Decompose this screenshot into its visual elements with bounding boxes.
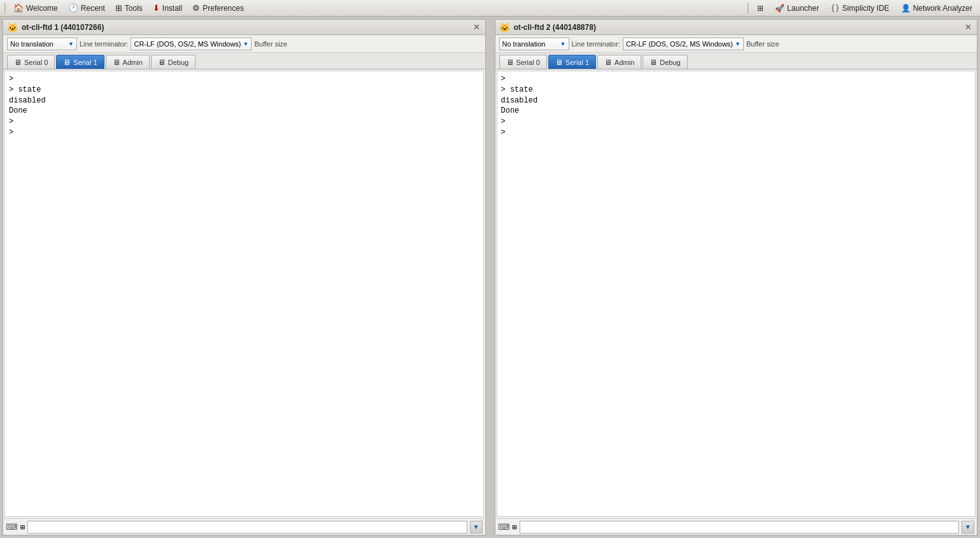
recent-button[interactable]: 🕐 Recent bbox=[64, 2, 110, 14]
home-label: Welcome bbox=[26, 4, 58, 13]
panel-1-translation-value: No translation bbox=[10, 40, 53, 48]
panel-1-terminal-line-5: > bbox=[9, 117, 479, 127]
panel-2-terminal-line-4: Done bbox=[501, 106, 972, 117]
panel-1-terminal[interactable]: > > state disabled Done > > bbox=[4, 71, 484, 517]
tools-button[interactable]: ⊞ Tools bbox=[111, 2, 147, 14]
panel-2-terminal-line-6: > bbox=[501, 127, 972, 138]
panel-1-admin-label: Admin bbox=[123, 59, 143, 66]
panel-2: 🐱 ot-cli-ftd 2 (440148878) ✕ No translat… bbox=[495, 19, 978, 535]
panel-2-terminal-line-2: > state bbox=[501, 85, 972, 96]
panel-1-input-row: ⌨ ⊞ ▼ bbox=[3, 518, 485, 535]
launcher-button[interactable]: 🚀 Launcher bbox=[770, 3, 824, 14]
panel-2-tab-serial0[interactable]: 🖥 Serial 0 bbox=[499, 55, 547, 69]
panel-2-command-input[interactable] bbox=[520, 521, 959, 534]
panel-2-translation-select[interactable]: No translation ▼ bbox=[499, 38, 569, 50]
panel-2-titlebar: 🐱 ot-cli-ftd 2 (440148878) ✕ bbox=[495, 20, 977, 35]
panel-1-terminal-line-3: disabled bbox=[9, 96, 479, 106]
recent-icon: 🕐 bbox=[68, 3, 78, 13]
panel-1-terminal-line-4: Done bbox=[9, 106, 479, 117]
panel-1-tabs: 🖥 Serial 0 🖥 Serial 1 🖥 Admin 🖥 Debug bbox=[3, 53, 485, 69]
panel-2-close-button[interactable]: ✕ bbox=[963, 22, 973, 32]
simplicity-ide-icon: {} bbox=[830, 4, 839, 13]
panel-2-terminal[interactable]: > > state disabled Done > > bbox=[497, 71, 976, 517]
panel-2-admin-icon: 🖥 bbox=[604, 58, 612, 67]
launcher-icon: 🚀 bbox=[775, 4, 785, 13]
panel-1-terminator-select[interactable]: CR-LF (DOS, OS/2, MS Windows) ▼ bbox=[131, 38, 252, 50]
network-analyzer-label: Network Analyzer bbox=[913, 4, 972, 13]
tools-label: Tools bbox=[125, 4, 143, 13]
main-toolbar: 🏠 Welcome 🕐 Recent ⊞ Tools ⬇ Install ⚙ P… bbox=[0, 0, 980, 17]
panel-2-tab-serial1[interactable]: 🖥 Serial 1 bbox=[548, 55, 596, 69]
panel-1-terminator-value: CR-LF (DOS, OS/2, MS Windows) bbox=[134, 40, 241, 48]
panel-2-input-dropdown[interactable]: ▼ bbox=[962, 521, 974, 534]
panel-2-serial0-icon: 🖥 bbox=[506, 58, 514, 67]
network-analyzer-button[interactable]: 👤 Network Analyzer bbox=[896, 3, 977, 14]
preferences-icon: ⚙ bbox=[192, 3, 200, 13]
preferences-button[interactable]: ⚙ Preferences bbox=[188, 2, 248, 14]
panel-1-serial1-icon: 🖥 bbox=[63, 58, 71, 67]
install-icon: ⬇ bbox=[153, 3, 160, 13]
panel-2-terminal-line-3: disabled bbox=[501, 96, 972, 106]
panel-2-prompt-icon: ⌨ bbox=[498, 522, 510, 532]
network-analyzer-icon: 👤 bbox=[901, 4, 911, 13]
preferences-label: Preferences bbox=[202, 4, 244, 13]
panel-1-terminal-line-2: > state bbox=[9, 85, 479, 96]
panel-2-tab-debug[interactable]: 🖥 Debug bbox=[643, 55, 687, 69]
panel-2-debug-icon: 🖥 bbox=[650, 58, 657, 67]
panel-1-terminal-line-1: > bbox=[9, 74, 479, 85]
panel-2-terminator-label: Line terminator: bbox=[572, 40, 620, 48]
main-area: 🐱 ot-cli-ftd 1 (440107266) ✕ No translat… bbox=[0, 17, 980, 538]
panel-1-controls: No translation ▼ Line terminator: CR-LF … bbox=[3, 35, 485, 53]
simplicity-ide-label: Simplicity IDE bbox=[842, 4, 890, 13]
panel-2-terminal-line-5: > bbox=[501, 117, 972, 127]
panel-1-close-button[interactable]: ✕ bbox=[472, 22, 481, 32]
panel-1-debug-icon: 🖥 bbox=[158, 58, 166, 67]
panel-2-serial0-label: Serial 0 bbox=[516, 59, 540, 66]
toolbar-right: ⊞ 🚀 Launcher {} Simplicity IDE 👤 Network… bbox=[746, 3, 977, 14]
panel-1-terminator-arrow: ▼ bbox=[243, 41, 249, 47]
panel-2-title: ot-cli-ftd 2 (440148878) bbox=[514, 23, 960, 32]
install-button[interactable]: ⬇ Install bbox=[148, 2, 187, 14]
panel-2-terminator-select[interactable]: CR-LF (DOS, OS/2, MS Windows) ▼ bbox=[623, 38, 744, 50]
panel-1-terminal-line-6: > bbox=[9, 127, 479, 138]
panel-1-terminator-label: Line terminator: bbox=[80, 40, 128, 48]
panel-1-command-input[interactable] bbox=[27, 521, 467, 534]
panel-2-buffersize-label: Buffer size bbox=[746, 40, 779, 48]
panel-1-tab-serial0[interactable]: 🖥 Serial 0 bbox=[7, 55, 55, 69]
panel-1-debug-label: Debug bbox=[168, 59, 188, 66]
home-icon: 🏠 bbox=[13, 3, 24, 13]
panel-1: 🐱 ot-cli-ftd 1 (440107266) ✕ No translat… bbox=[3, 19, 486, 535]
toolbar-separator-left bbox=[4, 3, 6, 14]
panel-1-serial0-icon: 🖥 bbox=[14, 58, 22, 67]
panel-1-titlebar: 🐱 ot-cli-ftd 1 (440107266) ✕ bbox=[3, 20, 485, 35]
home-button[interactable]: 🏠 Welcome bbox=[9, 2, 62, 14]
panel-1-terminal-prompt: ⊞ bbox=[20, 523, 25, 532]
panel-2-serial1-label: Serial 1 bbox=[565, 59, 589, 66]
launcher-label: Launcher bbox=[787, 4, 819, 13]
panel-1-admin-icon: 🖥 bbox=[113, 58, 120, 67]
panel-2-tabs: 🖥 Serial 0 🖥 Serial 1 🖥 Admin 🖥 Debug bbox=[495, 53, 977, 69]
panel-1-prompt-icon: ⌨ bbox=[6, 522, 18, 532]
panel-2-input-row: ⌨ ⊞ ▼ bbox=[495, 518, 977, 535]
panel-2-terminal-line-1: > bbox=[501, 74, 972, 85]
panel-1-translation-select[interactable]: No translation ▼ bbox=[7, 38, 77, 50]
panel-2-terminal-prompt: ⊞ bbox=[513, 523, 517, 532]
network-grid-button[interactable]: ⊞ bbox=[752, 3, 769, 14]
panel-1-tab-debug[interactable]: 🖥 Debug bbox=[151, 55, 195, 69]
install-label: Install bbox=[162, 4, 182, 13]
panel-1-input-dropdown[interactable]: ▼ bbox=[470, 521, 483, 534]
panel-1-translation-arrow: ▼ bbox=[68, 41, 74, 47]
recent-label: Recent bbox=[81, 4, 105, 13]
panel-1-device-icon: 🐱 bbox=[7, 22, 18, 32]
panel-2-translation-value: No translation bbox=[502, 40, 546, 48]
panel-2-device-icon: 🐱 bbox=[499, 22, 510, 32]
simplicity-ide-button[interactable]: {} Simplicity IDE bbox=[825, 3, 894, 14]
panel-1-serial0-label: Serial 0 bbox=[24, 59, 48, 66]
panel-1-serial1-label: Serial 1 bbox=[73, 59, 97, 66]
panel-2-tab-admin[interactable]: 🖥 Admin bbox=[597, 55, 641, 69]
panel-1-title: ot-cli-ftd 1 (440107266) bbox=[22, 23, 468, 32]
panel-1-tab-serial1[interactable]: 🖥 Serial 1 bbox=[56, 55, 104, 69]
panel-1-tab-admin[interactable]: 🖥 Admin bbox=[106, 55, 150, 69]
panel-divider bbox=[488, 17, 492, 538]
panel-2-serial1-icon: 🖥 bbox=[555, 58, 563, 67]
